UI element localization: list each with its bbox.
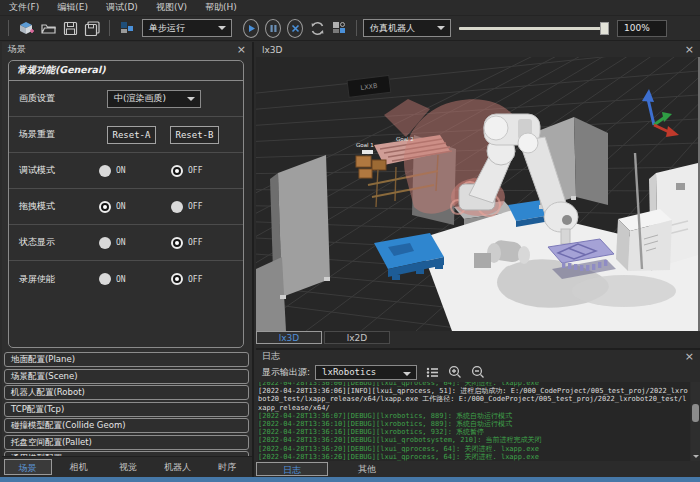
log-zoom-out-button[interactable] xyxy=(471,365,485,379)
refresh-button[interactable] xyxy=(306,18,328,38)
menu-file[interactable]: 文件(F) xyxy=(0,0,48,15)
tab-other[interactable]: 其他 xyxy=(331,462,403,476)
menu-edit[interactable]: 编辑(E) xyxy=(48,0,97,15)
viewport-panel: lx3D × LXXB xyxy=(256,42,700,346)
radio-on-label: ON xyxy=(116,275,126,284)
run-mode-select[interactable]: 单步运行 xyxy=(142,19,232,37)
accordion-tcp-config[interactable]: TCP配置(Tcp) xyxy=(4,402,249,417)
drag-mode-row: 拖拽模式 ON OFF xyxy=(9,189,243,225)
log-source-value: lxRobotics xyxy=(322,367,376,377)
accordion-scene-config[interactable]: 场景配置(Scene) xyxy=(4,369,249,384)
pause-button[interactable] xyxy=(262,18,284,38)
debug-mode-off-radio[interactable]: OFF xyxy=(171,165,202,177)
log-list-button[interactable] xyxy=(426,366,439,379)
close-icon[interactable]: × xyxy=(685,351,694,362)
general-section-title: 常规功能(General) xyxy=(9,61,243,81)
screen-record-label: 录屏使能 xyxy=(19,273,85,286)
close-icon[interactable]: × xyxy=(685,44,694,55)
left-tab-bar: 场景 相机 视觉 机器人 时序 xyxy=(2,456,252,477)
accordion-pallet-config[interactable]: 托盘空间配置(Pallet) xyxy=(4,435,249,450)
quality-select[interactable]: 中(渲染画质) xyxy=(107,90,201,108)
tab-lx2d[interactable]: lx2D xyxy=(324,331,390,344)
toolbar-separator xyxy=(356,20,357,36)
speed-slider[interactable] xyxy=(459,19,609,37)
debug-mode-on-radio[interactable]: ON xyxy=(99,165,161,177)
open-folder-button[interactable] xyxy=(37,18,59,38)
quality-row: 画质设置 中(渲染画质) xyxy=(9,81,243,117)
toolbar-separator xyxy=(109,20,110,36)
reset-a-button[interactable]: Reset-A xyxy=(107,126,156,144)
log-header: 日志 × xyxy=(256,350,700,363)
drag-mode-label: 拖拽模式 xyxy=(19,200,85,213)
radio-icon[interactable] xyxy=(171,237,183,249)
scene-reset-row: 场景重置 Reset-A Reset-B xyxy=(9,117,243,153)
zoom-out-icon xyxy=(471,365,485,379)
quality-label: 画质设置 xyxy=(19,92,85,105)
tab-vision[interactable]: 视觉 xyxy=(105,459,151,475)
screen-record-on-radio[interactable]: ON xyxy=(99,273,161,285)
radio-icon[interactable] xyxy=(171,201,183,213)
radio-icon[interactable] xyxy=(171,165,183,177)
log-zoom-in-button[interactable] xyxy=(448,365,462,379)
scene-reset-label: 场景重置 xyxy=(19,128,85,141)
chevron-down-icon xyxy=(437,26,445,34)
zoom-percent-field[interactable]: 100% xyxy=(617,20,667,37)
play-icon xyxy=(247,24,256,33)
menu-view[interactable]: 视图(V) xyxy=(147,0,196,15)
radio-icon[interactable] xyxy=(99,165,111,177)
reset-b-button[interactable]: Reset-B xyxy=(170,126,219,144)
status-display-off-radio[interactable]: OFF xyxy=(171,237,202,249)
status-display-row: 状态显示 ON OFF xyxy=(9,225,243,261)
save-all-button[interactable] xyxy=(81,18,103,38)
radio-icon[interactable] xyxy=(99,201,111,213)
radio-off-label: OFF xyxy=(188,238,202,247)
general-groupbox: 常规功能(General) 画质设置 中(渲染画质) 场景重置 Reset-A … xyxy=(8,60,244,348)
tab-robot[interactable]: 机器人 xyxy=(155,459,201,475)
stop-x-icon xyxy=(291,24,300,33)
menu-debug[interactable]: 调试(D) xyxy=(97,0,147,15)
save-button[interactable] xyxy=(59,18,81,38)
layout-button[interactable] xyxy=(116,18,138,38)
log-scrollbar-thumb[interactable] xyxy=(692,404,699,422)
stop-button[interactable] xyxy=(284,18,306,38)
close-icon[interactable]: × xyxy=(237,44,246,55)
menu-help[interactable]: 帮助(H) xyxy=(196,0,246,15)
drag-mode-on-radio[interactable]: ON xyxy=(99,201,161,213)
log-output[interactable]: [2022-04-28T13:36:06][DEBUG][lxui_qproce… xyxy=(258,382,690,463)
accordion-collide-config[interactable]: 碰撞模型配置(Collide Geom) xyxy=(4,418,249,433)
log-source-label: 显示输出源: xyxy=(262,366,310,379)
tab-log[interactable]: 日志 xyxy=(256,462,328,476)
log-scrollbar[interactable] xyxy=(691,382,700,463)
tab-lx3d[interactable]: lx3D xyxy=(256,331,322,344)
viewport-header: lx3D × xyxy=(256,42,700,57)
quality-value: 中(渲染画质) xyxy=(114,92,166,105)
zoom-in-icon xyxy=(448,365,462,379)
tab-scene[interactable]: 场景 xyxy=(4,459,52,475)
sim-target-select[interactable]: 仿真机器人 xyxy=(363,19,451,37)
slider-handle[interactable] xyxy=(600,22,609,35)
radio-icon[interactable] xyxy=(99,273,111,285)
radio-off-label: OFF xyxy=(188,275,202,284)
drag-mode-off-radio[interactable]: OFF xyxy=(171,201,202,213)
chevron-down-icon xyxy=(218,26,226,34)
tab-camera[interactable]: 相机 xyxy=(56,459,102,475)
screen-record-off-radio[interactable]: OFF xyxy=(171,273,202,285)
scene-panel-header: 场景 × xyxy=(2,42,252,57)
scene-3d: LXXB xyxy=(256,57,698,331)
refresh-icon xyxy=(309,20,326,37)
radio-icon[interactable] xyxy=(171,273,183,285)
list-icon xyxy=(426,366,439,379)
new-project-button[interactable] xyxy=(15,18,37,38)
radio-icon[interactable] xyxy=(99,237,111,249)
viewport-3d-canvas[interactable]: LXXB xyxy=(256,57,698,331)
panels-button[interactable] xyxy=(328,18,350,38)
pause-icon xyxy=(269,24,278,33)
status-display-on-radio[interactable]: ON xyxy=(99,237,161,249)
layout-squares-icon xyxy=(119,20,135,36)
tab-timing[interactable]: 时序 xyxy=(204,459,250,475)
accordion-plane-config[interactable]: 地面配置(Plane) xyxy=(4,352,249,367)
play-button[interactable] xyxy=(240,18,262,38)
accordion-robot-config[interactable]: 机器人配置(Robot) xyxy=(4,385,249,400)
log-source-select[interactable]: lxRobotics xyxy=(315,365,417,380)
chevron-down-icon xyxy=(403,372,411,380)
